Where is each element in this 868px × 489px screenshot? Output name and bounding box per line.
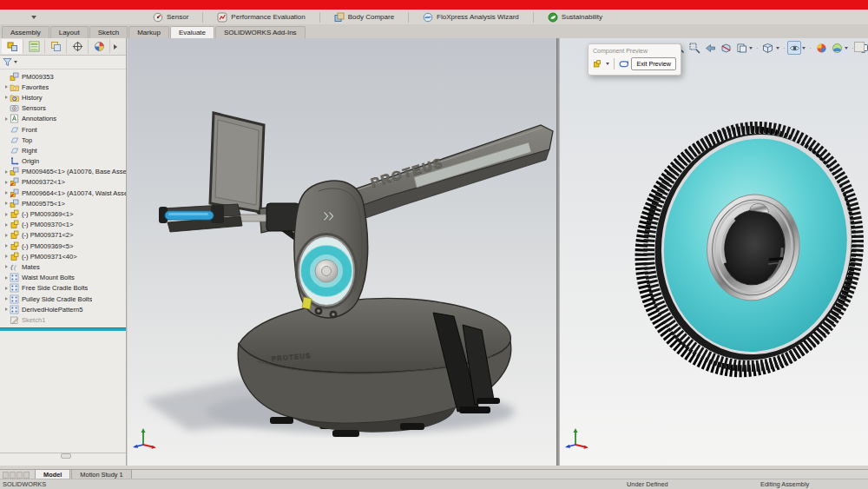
dimxpert-tab[interactable]: [67, 39, 89, 54]
tool-sensor[interactable]: Sensor: [148, 12, 194, 23]
tree-item[interactable]: PM009575<1>: [0, 198, 126, 208]
featuremanager-tab[interactable]: [2, 39, 23, 54]
edit-appearance-icon[interactable]: [814, 41, 828, 55]
column-chevron-logo: »: [322, 202, 334, 228]
tab-markup[interactable]: Markup: [128, 26, 169, 38]
hud-caret-icon[interactable]: [776, 47, 779, 50]
tab-scroll-buttons[interactable]: [3, 472, 30, 479]
exit-preview-button[interactable]: Exit Preview: [631, 57, 676, 70]
apply-scene-icon[interactable]: [830, 41, 844, 55]
tool-performance-evaluation[interactable]: Performance Evaluation: [212, 12, 310, 23]
assembly-icon: [10, 199, 19, 208]
tab-layout[interactable]: Layout: [50, 26, 89, 38]
tree-item[interactable]: Annotations: [0, 114, 126, 124]
section-view-icon[interactable]: [719, 41, 733, 55]
tab-solidworks-add-ins[interactable]: SOLIDWORKS Add-Ins: [215, 26, 306, 38]
featuremanager-panel: PM009353FavoritesHistorySensorsAnnotatio…: [0, 38, 127, 466]
view-orientation-icon[interactable]: [761, 41, 775, 55]
tool-sustainability[interactable]: Sustainability: [542, 12, 608, 23]
tree-item[interactable]: Right: [0, 145, 126, 155]
machine-model[interactable]: PROTEUS: [128, 38, 556, 466]
tab-scroll-first-icon[interactable]: [3, 472, 9, 479]
pane-toggle-icon[interactable]: [854, 42, 865, 52]
hud-caret-icon[interactable]: [845, 47, 848, 50]
preview-part-icon[interactable]: [593, 58, 602, 69]
propertymanager-tab[interactable]: [23, 39, 45, 54]
viewport-right[interactable]: ···· Component Preview Exit Preview: [560, 38, 868, 466]
tree-item[interactable]: DerivedHolePattern5: [0, 304, 126, 314]
hide-show-items-icon[interactable]: [787, 41, 801, 55]
expand-arrow-icon: [5, 117, 8, 121]
tab-evaluate[interactable]: Evaluate: [170, 26, 214, 38]
tree-item[interactable]: (-) PM009370<1>: [0, 220, 126, 230]
viewport-left[interactable]: PROTEUS: [128, 38, 556, 466]
tree-item[interactable]: PM009664<1> (A10074, Waist Assem: [0, 188, 126, 198]
tool-body-compare[interactable]: Body Compare: [329, 12, 399, 23]
panel-resize-grip[interactable]: [61, 453, 71, 459]
tree-item-label: Annotations: [22, 115, 56, 122]
tree-item[interactable]: Sensors: [0, 103, 126, 114]
filter-funnel-icon[interactable]: [3, 57, 12, 67]
tab-scroll-last-icon[interactable]: [23, 472, 30, 479]
folder-history-icon: [10, 93, 19, 102]
tree-item-root[interactable]: PM009353: [0, 71, 126, 82]
tree-item[interactable]: Origin: [0, 156, 126, 167]
tab-scroll-prev-icon[interactable]: [10, 472, 16, 479]
preview-window-icon[interactable]: [619, 58, 629, 69]
tree-item-label: PM009353: [22, 73, 54, 81]
tree-item[interactable]: Sketch1: [0, 314, 126, 325]
tree-item[interactable]: (-) PM009371<40>: [0, 251, 126, 261]
component-preview-title: Component Preview: [593, 48, 676, 54]
tab-sketch[interactable]: Sketch: [89, 26, 128, 38]
tree-item[interactable]: Pulley Side Cradle Bolts: [0, 294, 126, 304]
tree-item[interactable]: Favorites: [0, 82, 126, 92]
hud-caret-icon[interactable]: [749, 47, 753, 50]
tree-item-label: History: [22, 94, 43, 102]
orientation-triad-right: [565, 426, 589, 450]
displaymanager-tab[interactable]: [89, 39, 110, 54]
previous-view-icon[interactable]: [703, 41, 717, 55]
tool-floxpress-analysis-wizard[interactable]: FloXpress Analysis Wizard: [418, 12, 524, 23]
gear-preview-model[interactable]: [560, 38, 868, 466]
tree-item-label: Front: [22, 126, 37, 134]
expand-arrow-icon: [5, 85, 8, 89]
tree-item[interactable]: Free Side Cradle Bolts: [0, 283, 126, 294]
tree-item[interactable]: PM009372<1>: [0, 177, 126, 188]
panel-tabs-overflow-icon[interactable]: [114, 44, 117, 50]
body-compare-icon: [334, 12, 345, 23]
tree-item[interactable]: (-) PM009369<1>: [0, 208, 126, 219]
panel-tabs: [0, 38, 126, 56]
tree-item[interactable]: Top: [0, 135, 126, 145]
tree-item[interactable]: PM009465<1> (A10076, Base Assem: [0, 167, 126, 177]
hud-caret-icon[interactable]: [802, 47, 806, 50]
preview-part-caret-icon[interactable]: [606, 63, 609, 65]
tab-assembly[interactable]: Assembly: [2, 26, 49, 38]
tree-item[interactable]: Waist Mount Bolts: [0, 273, 126, 283]
tree-item[interactable]: Front: [0, 124, 126, 135]
tree-item[interactable]: Mates: [0, 261, 126, 272]
hide-show-items-icon: [789, 43, 800, 54]
tab-scroll-next-icon[interactable]: [16, 472, 23, 479]
zoom-to-area-icon[interactable]: [687, 41, 701, 55]
quick-access-caret-icon[interactable]: [31, 16, 36, 19]
tree-item-label: (-) PM009370<1>: [22, 221, 74, 228]
top-red-banner: [0, 0, 868, 10]
pattern-icon: [10, 294, 19, 304]
expand-arrow-icon: [5, 297, 8, 301]
tree-item[interactable]: (-) PM009369<5>: [0, 241, 126, 251]
configurationmanager-tab[interactable]: [45, 39, 67, 54]
tree-item[interactable]: History: [0, 92, 126, 102]
rollback-bar[interactable]: [0, 327, 126, 331]
part-icon: [10, 230, 19, 240]
tree-item-label: PM009575<1>: [22, 200, 65, 208]
part-icon: [10, 220, 19, 229]
expand-arrow-icon: [5, 276, 8, 280]
evaluate-tools: SensorPerformance EvaluationBody Compare…: [148, 12, 608, 23]
filter-caret-icon[interactable]: [14, 61, 17, 63]
toolbar-separator: [202, 12, 203, 23]
tree-item-label: PM009465<1> (A10076, Base Assem: [22, 168, 126, 175]
dynamic-annotation-icon[interactable]: [734, 41, 748, 55]
plane-icon: [10, 125, 19, 135]
solidworks-window: SensorPerformance EvaluationBody Compare…: [0, 0, 868, 489]
tree-item[interactable]: (-) PM009371<2>: [0, 230, 126, 241]
